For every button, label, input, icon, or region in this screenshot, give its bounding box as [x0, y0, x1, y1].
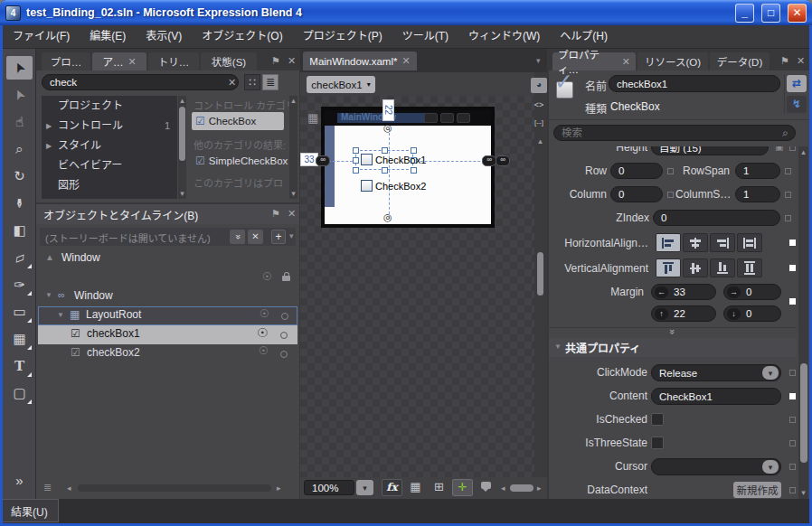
expand-icon[interactable]: ▼ — [57, 311, 64, 319]
halign-right-button[interactable] — [710, 233, 735, 252]
tab-resources[interactable]: リソース(O) — [637, 52, 708, 70]
element-name-field[interactable]: checkBox1 — [609, 75, 780, 92]
margin-top-field[interactable]: ↑22 — [651, 305, 716, 322]
menu-item[interactable]: ヘルプ(H) — [550, 25, 618, 48]
grid-adorner-icon[interactable]: ▦ — [307, 111, 318, 125]
scroll-down-icon[interactable]: ▾ — [798, 489, 808, 497]
menu-item[interactable]: 表示(V) — [136, 25, 192, 48]
rowspan-field[interactable]: 1 — [735, 163, 780, 179]
xaml-view-button[interactable]: <> — [531, 98, 547, 113]
menu-item[interactable]: プロジェクト(P) — [293, 25, 392, 48]
results-tab[interactable]: 結果(U) — [3, 499, 59, 522]
close-button[interactable]: ✕ — [788, 4, 807, 23]
vertical-scrollbar[interactable] — [536, 148, 544, 477]
fx-toggle-button[interactable]: fx — [382, 479, 402, 496]
scope-up-icon[interactable]: ▲ — [45, 252, 54, 262]
property-marker[interactable] — [789, 265, 796, 271]
valign-top-button[interactable] — [656, 258, 681, 277]
clickmode-dropdown[interactable]: Release ▾ — [651, 364, 781, 381]
properties-view-button[interactable]: ⇄ — [787, 75, 807, 92]
rectangle-tool[interactable]: ▭ — [6, 300, 33, 324]
menu-item[interactable]: オブジェクト(O) — [192, 25, 292, 48]
menu-item[interactable]: 編集(E) — [80, 25, 136, 48]
scroll-left-icon[interactable]: ◂ — [501, 484, 505, 493]
scroll-down-icon[interactable]: ▾ — [289, 190, 297, 198]
text-tool[interactable]: T — [6, 354, 33, 378]
close-storyboard-button[interactable]: ✕ — [248, 230, 263, 244]
properties-scrollbar[interactable]: ▴ ▾ — [798, 146, 808, 499]
zindex-field[interactable]: 0 — [653, 210, 780, 226]
eye-icon[interactable]: ☉ — [262, 270, 272, 283]
design-checkbox2[interactable]: CheckBox2 — [361, 180, 426, 192]
row-field[interactable]: 0 — [610, 163, 663, 179]
anchor-chain-outer-icon[interactable]: ∞ — [496, 155, 510, 166]
height-field[interactable]: 自動 (15) — [651, 146, 769, 155]
layers-icon[interactable]: ≣ — [43, 482, 52, 493]
pan-tool[interactable]: ☝ — [6, 110, 33, 134]
property-marker[interactable] — [667, 168, 674, 174]
close-panel-icon[interactable]: ✕ — [288, 55, 296, 67]
scroll-right-icon[interactable]: ▸ — [277, 484, 281, 493]
resize-handle[interactable] — [353, 167, 359, 174]
property-marker[interactable] — [789, 440, 796, 446]
selection-tool[interactable]: ➤ — [6, 56, 33, 80]
isthreestate-checkbox[interactable] — [651, 437, 664, 449]
close-panel-icon[interactable]: ✕ — [797, 55, 805, 67]
close-panel-icon[interactable]: ✕ — [288, 208, 296, 220]
valign-stretch-button[interactable] — [737, 258, 762, 277]
valign-center-button[interactable] — [683, 258, 708, 277]
control-tool[interactable]: ▢ — [6, 381, 33, 405]
property-marker[interactable] — [785, 215, 791, 221]
tile-view-button[interactable]: ∷ — [244, 74, 260, 90]
asset-category-row[interactable]: ▶コントロール1 — [42, 116, 177, 136]
layout-grid-tool[interactable]: ▦ — [6, 327, 33, 351]
camera-orbit-tool[interactable]: ↻ — [6, 164, 33, 188]
close-tab-icon[interactable]: ✕ — [127, 56, 136, 68]
tree-row-window[interactable]: ▼ ∞ Window — [38, 287, 297, 306]
scroll-up-icon[interactable]: ▴ — [534, 137, 546, 146]
asset-category-row[interactable]: ▶スタイル — [42, 136, 177, 155]
tree-row-checkbox1[interactable]: ☑ checkBox1 ☉ — [38, 325, 297, 344]
scope-bar[interactable]: ▲ Window — [40, 249, 296, 268]
scroll-up-icon[interactable]: ▴ — [289, 97, 297, 105]
halign-center-button[interactable] — [683, 233, 708, 252]
tab-triggers[interactable]: トリ… — [148, 52, 199, 70]
new-datacontext-button[interactable]: 新規作成 — [733, 482, 781, 498]
margin-left-field[interactable]: ←33 — [651, 284, 716, 300]
annotations-toggle-button[interactable] — [476, 479, 496, 496]
asset-category-row[interactable]: ▶ビヘイビアー — [42, 155, 177, 175]
expand-more-button[interactable]: » — [663, 325, 683, 336]
margin-bottom-field[interactable]: ↓0 — [723, 305, 781, 322]
zoom-dropdown-button[interactable]: ▾ — [356, 480, 373, 495]
storyboard-picker-button[interactable]: » — [230, 230, 245, 244]
tab-overflow-icon[interactable]: ▾ — [536, 56, 541, 65]
pen-tool[interactable]: ✑ — [6, 273, 33, 296]
resize-handle[interactable] — [382, 167, 388, 174]
resize-handle[interactable] — [353, 147, 359, 154]
expand-icon[interactable]: ▼ — [45, 291, 52, 299]
margin-right-field[interactable]: →0 — [723, 284, 781, 300]
eyedropper-tool[interactable]: ✒ — [6, 192, 33, 215]
paint-bucket-tool[interactable]: ◧ — [6, 219, 33, 242]
asset-item-checkbox[interactable]: ☑ CheckBox — [192, 112, 284, 130]
menu-item[interactable]: ウィンドウ(W) — [458, 25, 550, 48]
resize-handle[interactable] — [411, 167, 417, 174]
resize-handle[interactable] — [353, 157, 359, 164]
grid-toggle-button[interactable]: ▦ — [405, 479, 426, 496]
cursor-dropdown[interactable]: ▾ — [651, 458, 781, 475]
asset-search-input[interactable] — [42, 74, 239, 90]
list-view-button[interactable]: ≣ — [262, 74, 279, 90]
minimize-button[interactable]: _ — [735, 4, 754, 23]
split-view-button[interactable]: [--] — [531, 116, 547, 131]
property-marker[interactable] — [785, 168, 791, 174]
common-properties-header[interactable]: ▼ 共通プロパティ — [549, 338, 797, 357]
clear-search-icon[interactable]: ✕ — [228, 77, 236, 89]
category-scrollbar[interactable]: ▴ ▾ — [178, 96, 186, 199]
tab-data[interactable]: データ(D) — [710, 52, 770, 70]
design-window[interactable]: MainWindow ◎ ◎ — [321, 107, 495, 228]
zoom-tool[interactable]: ⌕ — [6, 137, 33, 161]
scroll-up-icon[interactable]: ▴ — [798, 148, 808, 156]
halign-left-button[interactable] — [656, 233, 681, 252]
property-marker[interactable] — [789, 487, 796, 493]
results-scrollbar[interactable]: ▴ ▾ — [289, 96, 297, 199]
